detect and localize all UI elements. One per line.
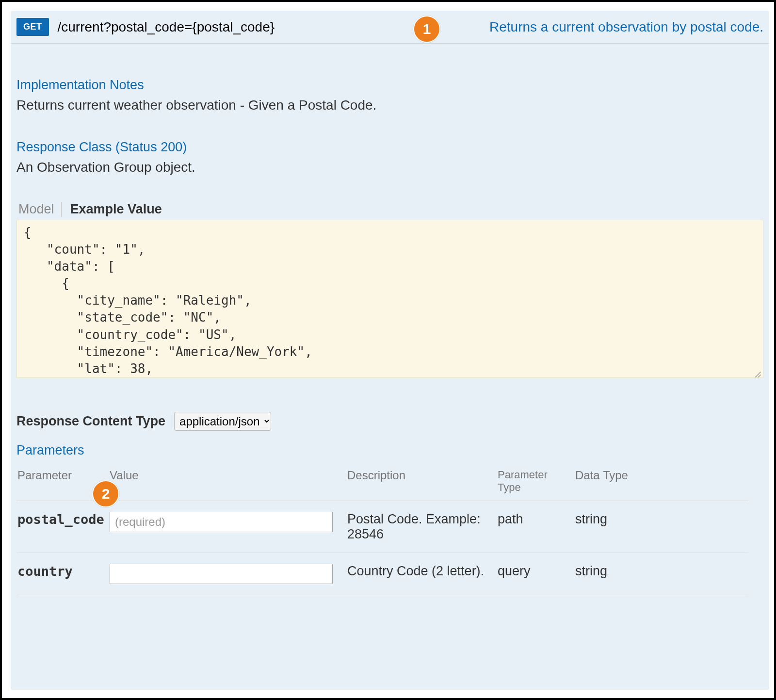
param-data-type: string [574, 501, 748, 553]
parameters-heading: Parameters [16, 443, 763, 458]
endpoint-summary: Returns a current observation by postal … [489, 19, 763, 35]
operation-header[interactable]: GET /current?postal_code={postal_code} R… [11, 11, 769, 44]
parameters-table: Parameter Value Description Parameter Ty… [16, 464, 748, 595]
response-content-type-select[interactable]: application/json [174, 412, 271, 431]
response-content-type-row: Response Content Type application/json [16, 412, 763, 431]
operation-panel: GET /current?postal_code={postal_code} R… [11, 11, 769, 690]
col-parameter-type: Parameter Type [497, 464, 574, 501]
tab-example-value[interactable]: Example Value [68, 202, 164, 217]
content-area: GET /current?postal_code={postal_code} R… [11, 11, 769, 690]
param-country-field[interactable] [110, 564, 333, 584]
response-content-type-label: Response Content Type [16, 414, 165, 429]
implementation-notes-heading: Implementation Notes [16, 78, 763, 93]
callout-badge-2: 2 [92, 480, 119, 507]
response-class-heading: Response Class (Status 200) [16, 140, 763, 155]
table-row: country Country Code (2 letter). query s… [16, 553, 748, 595]
table-header-row: Parameter Value Description Parameter Ty… [16, 464, 748, 501]
example-value-json[interactable]: { "count": "1", "data": [ { "city_name":… [16, 220, 763, 378]
param-type: query [497, 553, 574, 595]
param-postal-code-field[interactable] [110, 512, 333, 532]
col-data-type: Data Type [574, 464, 748, 501]
param-description: Country Code (2 letter). [346, 553, 497, 595]
col-description: Description [346, 464, 497, 501]
param-name: postal_code [16, 501, 109, 553]
http-method-badge: GET [16, 18, 49, 36]
endpoint-path: /current?postal_code={postal_code} [58, 19, 275, 35]
callout-badge-1: 1 [413, 16, 440, 43]
table-row: postal_code Postal Code. Example: 28546 … [16, 501, 748, 553]
col-value: Value [109, 464, 346, 501]
app-frame: GET /current?postal_code={postal_code} R… [0, 0, 776, 700]
tab-model[interactable]: Model [16, 202, 62, 217]
param-type: path [497, 501, 574, 553]
response-schema-tabs: Model Example Value [16, 202, 763, 217]
resize-handle-icon[interactable] [753, 367, 761, 376]
param-name: country [16, 553, 109, 595]
implementation-notes-body: Returns current weather observation - Gi… [16, 98, 763, 113]
response-class-body: An Observation Group object. [16, 160, 763, 175]
param-description: Postal Code. Example: 28546 [346, 501, 497, 553]
param-data-type: string [574, 553, 748, 595]
operation-body: Implementation Notes Returns current wea… [11, 44, 769, 595]
